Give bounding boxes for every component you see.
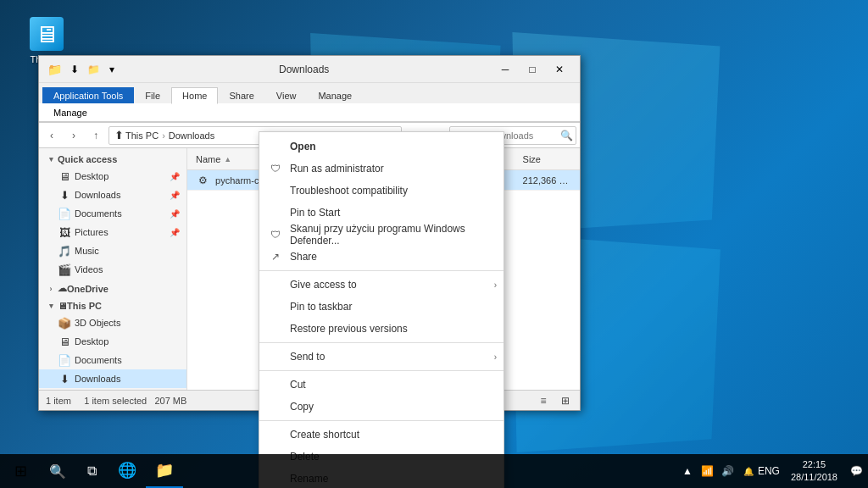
menu-item-copy[interactable]: Copy [259, 396, 504, 418]
sidebar: ▾ Quick access 🖥 Desktop 📌 ⬇ Downloads 📌 [39, 148, 187, 390]
sidebar-section-quick-access: ▾ Quick access 🖥 Desktop 📌 ⬇ Downloads 📌 [39, 152, 186, 279]
taskbar: ⊞ 🔍 ⧉ 🌐 📁 ▲ 📶 🔊 🔔 ENG 22:15 28/11/2018 [0, 454, 868, 488]
send-to-icon [268, 349, 283, 364]
back-button[interactable]: ‹ [42, 126, 61, 145]
details-view-icon[interactable]: ≡ [536, 393, 551, 408]
ribbon-content: Manage [39, 103, 580, 122]
context-menu: Open 🛡 Run as administrator Troubleshoot… [259, 131, 504, 488]
sidebar-item-downloads-pc[interactable]: ⬇ Downloads [39, 369, 186, 388]
sidebar-header-onedrive[interactable]: › ☁ OneDrive [39, 280, 186, 297]
minimize-button[interactable]: ─ [492, 60, 519, 79]
tab-manage[interactable]: Manage [307, 87, 363, 103]
pin-start-icon [268, 205, 283, 220]
file-size-cell: 212,366 KB [518, 175, 576, 186]
onedrive-icon: ☁ [58, 283, 67, 294]
sidebar-item-3d-objects[interactable]: 📦 3D Objects [39, 313, 186, 332]
search-button[interactable]: 🔍 [41, 454, 75, 488]
qa-properties-icon[interactable]: ⬇ [66, 61, 83, 78]
tab-application-tools[interactable]: Application Tools [42, 87, 134, 103]
sidebar-item-pictures-qa[interactable]: 🖼 Pictures 📌 [39, 223, 186, 241]
tab-view[interactable]: View [265, 87, 308, 103]
this-pc-sidebar-icon: 🖥 [58, 301, 67, 311]
sidebar-item-videos-qa[interactable]: 🎬 Videos [39, 260, 186, 279]
desktop-pc-icon: 🖥 [58, 335, 71, 348]
large-icon-view-icon[interactable]: ⊞ [558, 393, 573, 408]
sidebar-item-desktop-pc[interactable]: 🖥 Desktop [39, 332, 186, 351]
sidebar-item-desktop[interactable]: 🖥 Desktop 📌 [39, 167, 186, 186]
sidebar-item-downloads-qa[interactable]: ⬇ Downloads 📌 [39, 186, 186, 204]
restore-icon [268, 321, 283, 336]
sidebar-item-documents-pc[interactable]: 📄 Documents [39, 351, 186, 369]
tray-language[interactable]: ENG [760, 463, 777, 480]
tray-network[interactable]: 📶 [699, 463, 716, 480]
col-header-size[interactable]: Size [518, 148, 576, 169]
qa-new-folder-icon[interactable]: 📁 [85, 61, 102, 78]
taskbar-clock[interactable]: 22:15 28/11/2018 [784, 458, 844, 485]
sidebar-item-documents-qa[interactable]: 📄 Documents 📌 [39, 204, 186, 223]
menu-item-scan-defender[interactable]: 🛡 Skanuj przy użyciu programu Windows De… [259, 224, 504, 246]
submenu-arrow-give-access: › [494, 280, 497, 290]
tray-volume[interactable]: 🔊 [720, 463, 737, 480]
sidebar-header-quick-access[interactable]: ▾ Quick access [39, 152, 186, 167]
desktop-icon-small: 🖥 [58, 169, 71, 183]
system-tray: ▲ 📶 🔊 🔔 ENG [672, 463, 784, 480]
action-center-icon: 💬 [850, 465, 863, 477]
separator-1 [259, 270, 504, 271]
start-button[interactable]: ⊞ [0, 454, 41, 488]
sidebar-item-music-qa[interactable]: 🎵 Music [39, 241, 186, 260]
sidebar-section-onedrive: › ☁ OneDrive [39, 280, 186, 297]
tray-chevron[interactable]: ▲ [679, 463, 696, 480]
documents-icon-small: 📄 [58, 207, 71, 220]
taskbar-app-edge[interactable]: 🌐 [108, 454, 146, 488]
window-icon: 📁 [46, 61, 63, 78]
pin-icon-pics: 📌 [170, 228, 180, 237]
menu-item-restore-versions[interactable]: Restore previous versions [259, 318, 504, 340]
share-icon: ↗ [268, 249, 283, 264]
task-view-button[interactable]: ⧉ [75, 454, 108, 488]
expand-onedrive-icon: › [46, 284, 56, 294]
qa-dropdown-icon[interactable]: ▾ [103, 61, 120, 78]
ribbon: Application Tools File Home Share View M… [39, 83, 580, 123]
cut-icon [268, 377, 283, 392]
pin-icon-dl: 📌 [170, 191, 180, 200]
taskbar-app-explorer[interactable]: 📁 [146, 454, 183, 488]
up-button[interactable]: ↑ [86, 126, 105, 145]
pin-icon-docs: 📌 [170, 209, 180, 219]
separator-4 [259, 420, 504, 421]
pin-icon: 📌 [170, 172, 180, 181]
menu-item-give-access[interactable]: Give access to › [259, 274, 504, 296]
separator-2 [259, 342, 504, 343]
ribbon-btn-manage[interactable]: Manage [46, 105, 95, 120]
taskbar-search-icon: 🔍 [49, 463, 66, 480]
file-icon: ⚙ [196, 174, 209, 187]
expand-icon: ▾ [46, 154, 56, 164]
tab-home[interactable]: Home [171, 87, 218, 104]
tab-file[interactable]: File [134, 87, 171, 103]
menu-item-create-shortcut[interactable]: Create shortcut [259, 424, 504, 446]
window-title: Downloads [279, 64, 492, 75]
sort-indicator: ▲ [224, 155, 231, 164]
start-icon: ⊞ [14, 462, 27, 480]
menu-item-open[interactable]: Open [259, 136, 504, 158]
tray-battery[interactable]: 🔔 [740, 463, 757, 480]
copy-icon [268, 399, 283, 414]
close-button[interactable]: ✕ [546, 60, 573, 79]
action-center-button[interactable]: 💬 [844, 454, 868, 488]
menu-item-troubleshoot[interactable]: Troubleshoot compatibility [259, 180, 504, 202]
menu-item-share[interactable]: ↗ Share [259, 246, 504, 268]
forward-button[interactable]: › [64, 126, 83, 145]
maximize-button[interactable]: □ [519, 60, 546, 79]
menu-item-run-as-admin[interactable]: 🛡 Run as administrator [259, 158, 504, 180]
sidebar-header-this-pc[interactable]: ▾ 🖥 This PC [39, 298, 186, 313]
menu-item-pin-taskbar[interactable]: Pin to taskbar [259, 296, 504, 318]
window-controls: ─ □ ✕ [492, 60, 573, 79]
documents-pc-icon: 📄 [58, 353, 71, 367]
give-access-icon [268, 277, 283, 292]
explorer-icon: 📁 [155, 461, 174, 480]
menu-item-send-to[interactable]: Send to › [259, 346, 504, 368]
tab-share[interactable]: Share [218, 87, 264, 103]
videos-icon-small: 🎬 [58, 263, 71, 276]
menu-item-pin-start[interactable]: Pin to Start [259, 202, 504, 224]
sidebar-section-this-pc: ▾ 🖥 This PC 📦 3D Objects 🖥 Desktop 📄 [39, 298, 186, 390]
menu-item-cut[interactable]: Cut [259, 374, 504, 396]
